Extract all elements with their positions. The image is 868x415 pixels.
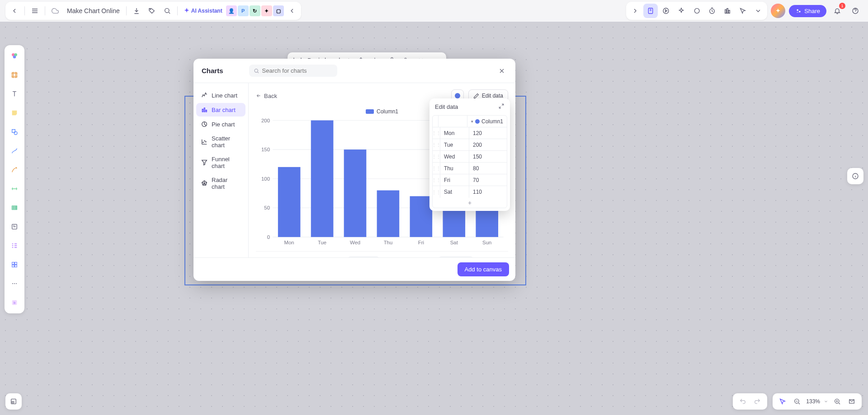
svg-point-3: [663, 8, 669, 14]
chart-type-pie[interactable]: Pie chart: [196, 117, 245, 131]
data-grid[interactable]: ▾Column1 ⋮⋮ Mon 120⋮⋮ Tue 200⋮⋮ Wed 150⋮…: [432, 115, 507, 208]
ai-assistant-button[interactable]: AI Assistant: [180, 4, 225, 18]
table-row[interactable]: ⋮⋮ Tue 200: [433, 139, 507, 151]
chevron-left-icon[interactable]: [285, 4, 299, 18]
chart-type-scatter[interactable]: Scatter chart: [196, 132, 245, 152]
table-row[interactable]: ⋮⋮ Mon 120: [433, 127, 507, 139]
svg-rect-14: [12, 73, 17, 78]
avatar-chip-1[interactable]: 👤: [226, 5, 237, 16]
tool-chip-pink[interactable]: ✦: [261, 5, 272, 16]
templates-button[interactable]: [7, 49, 22, 63]
svg-text:Wed: Wed: [350, 240, 360, 245]
svg-point-1: [165, 9, 169, 13]
table-row[interactable]: ⋮⋮ Sat 110: [433, 186, 507, 198]
pointer-tool[interactable]: [777, 396, 788, 407]
drag-handle-icon[interactable]: ⋮⋮: [433, 186, 440, 198]
minimap-button[interactable]: [5, 393, 22, 410]
drag-handle-icon[interactable]: ⋮⋮: [433, 139, 440, 150]
row-value-cell[interactable]: 150: [469, 151, 507, 162]
fit-button[interactable]: [846, 396, 857, 407]
drag-handle-icon[interactable]: ⋮⋮: [433, 174, 440, 186]
pen-tool[interactable]: [7, 163, 22, 177]
zoom-in-button[interactable]: [832, 396, 843, 407]
share-button[interactable]: Share: [789, 5, 826, 17]
chart-search-field[interactable]: [262, 67, 333, 74]
notifications-button[interactable]: [830, 4, 844, 18]
drag-handle-icon[interactable]: ⋮⋮: [433, 127, 440, 139]
sticky-note-tool[interactable]: [7, 106, 22, 120]
redo-button[interactable]: [752, 396, 763, 407]
bar: [377, 191, 400, 237]
avatar-chip-p[interactable]: P: [238, 5, 249, 16]
bar: [311, 121, 334, 237]
expand-popover-button[interactable]: [498, 103, 505, 111]
connector-tool[interactable]: [7, 144, 22, 158]
add-row-button[interactable]: +: [433, 198, 507, 208]
chevron-down-icon[interactable]: [824, 399, 828, 404]
menu-button[interactable]: [28, 4, 42, 18]
svg-rect-22: [15, 265, 17, 267]
row-value-cell[interactable]: 80: [469, 163, 507, 174]
tool-chip-green[interactable]: ↻: [250, 5, 260, 16]
chevron-right-icon[interactable]: [628, 4, 642, 18]
table-tool[interactable]: [7, 201, 22, 215]
legend-position-select[interactable]: Top ce...: [439, 256, 473, 257]
document-title[interactable]: Make Chart Online: [67, 7, 120, 14]
back-nav-button[interactable]: [7, 4, 22, 18]
add-to-canvas-button[interactable]: Add to canvas: [458, 262, 509, 276]
row-value-cell[interactable]: 70: [469, 174, 507, 186]
modal-close-button[interactable]: [496, 65, 507, 76]
app-badge-icon[interactable]: [771, 4, 785, 18]
apps-button[interactable]: b: [7, 295, 22, 310]
svg-text:Tue: Tue: [318, 240, 326, 245]
zoom-level[interactable]: 133%: [806, 398, 820, 405]
chart-type-bar[interactable]: Bar chart: [196, 103, 245, 117]
card-tool[interactable]: [7, 219, 22, 234]
grid-button[interactable]: [720, 4, 735, 18]
zoom-out-button[interactable]: [792, 396, 802, 407]
info-button[interactable]: [847, 168, 863, 184]
chart-search-input[interactable]: [249, 65, 337, 77]
chart-type-funnel[interactable]: Funnel chart: [196, 153, 245, 173]
frame-tool[interactable]: [7, 68, 22, 82]
table-row[interactable]: ⋮⋮ Thu 80: [433, 163, 507, 174]
chart-type-radar[interactable]: Radar chart: [196, 173, 245, 193]
svg-rect-61: [12, 401, 14, 403]
drag-handle-icon[interactable]: ⋮⋮: [433, 163, 440, 174]
layers-button[interactable]: [643, 4, 658, 18]
undo-button[interactable]: [737, 396, 748, 407]
sparkle-button[interactable]: [674, 4, 689, 18]
data-value-position-select[interactable]: Hidden: [348, 256, 379, 257]
chart-type-line[interactable]: Line chart: [196, 89, 245, 102]
help-button[interactable]: [848, 4, 863, 18]
row-label-cell[interactable]: Sat: [440, 186, 469, 198]
row-label-cell[interactable]: Wed: [440, 151, 469, 162]
drag-handle-icon[interactable]: ⋮⋮: [433, 151, 440, 162]
highlighter-tool[interactable]: [7, 182, 22, 196]
table-row[interactable]: ⋮⋮ Wed 150: [433, 151, 507, 163]
chevron-down-icon[interactable]: [751, 4, 765, 18]
row-value-cell[interactable]: 110: [469, 186, 507, 198]
tag-button[interactable]: [145, 4, 159, 18]
row-value-cell[interactable]: 120: [469, 127, 507, 139]
row-label-cell[interactable]: Mon: [440, 127, 469, 139]
svg-point-9: [799, 11, 801, 13]
text-tool[interactable]: [7, 87, 22, 101]
tool-chip-blue[interactable]: ▢: [273, 5, 284, 16]
shape-tool[interactable]: [7, 125, 22, 139]
grid-tool[interactable]: [7, 257, 22, 272]
more-tools-button[interactable]: [7, 276, 22, 291]
timer-button[interactable]: [705, 4, 719, 18]
search-button[interactable]: [160, 4, 175, 18]
row-label-cell[interactable]: Fri: [440, 174, 469, 186]
row-label-cell[interactable]: Thu: [440, 163, 469, 174]
back-button[interactable]: Back: [256, 93, 277, 99]
download-button[interactable]: [129, 4, 144, 18]
list-tool[interactable]: [7, 238, 22, 253]
cursor-button[interactable]: [736, 4, 750, 18]
row-label-cell[interactable]: Tue: [440, 139, 469, 150]
row-value-cell[interactable]: 200: [469, 139, 507, 150]
comment-button[interactable]: [689, 4, 704, 18]
table-row[interactable]: ⋮⋮ Fri 70: [433, 174, 507, 186]
present-button[interactable]: [659, 4, 673, 18]
